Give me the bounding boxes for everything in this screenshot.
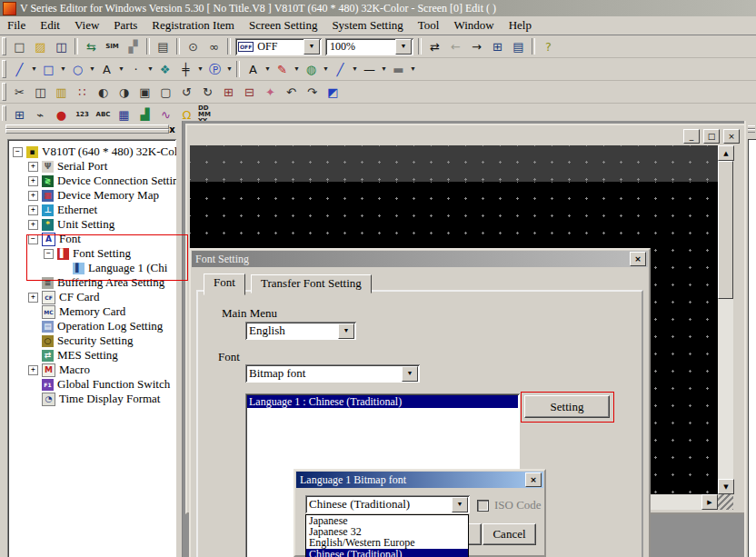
dot-tool-button[interactable]: ·: [126, 60, 145, 79]
open-file-button[interactable]: ▨: [31, 37, 50, 56]
rotate-left-button[interactable]: ↺: [177, 83, 196, 102]
scale-tool-dropdown[interactable]: ▼: [196, 60, 204, 79]
panel-gripper[interactable]: [5, 129, 169, 134]
expand-icon[interactable]: +: [28, 365, 38, 375]
menu-system-setting[interactable]: System Setting: [324, 17, 410, 34]
tree-item-font[interactable]: −AFont: [7, 232, 176, 246]
tree-item-global-function-switch[interactable]: F1Global Function Switch: [7, 377, 176, 392]
ellipse-tool-dropdown[interactable]: ▼: [88, 60, 96, 79]
help-button[interactable]: ?: [539, 37, 558, 56]
bitmap-font-dropdown-list[interactable]: JapaneseJapanese 32English/Western Europ…: [305, 514, 469, 557]
close-button[interactable]: ×: [723, 129, 740, 144]
panel-close-icon[interactable]: x: [166, 124, 178, 135]
scroll-up-icon[interactable]: ▲: [718, 145, 734, 161]
menu-tool[interactable]: Tool: [411, 17, 447, 34]
box-tool-button[interactable]: □: [39, 60, 58, 79]
display-change-button[interactable]: ∞: [204, 37, 224, 56]
tree-item-device-memory-map[interactable]: +▦Device Memory Map: [7, 188, 176, 203]
tree-item-v810t-640-480-32k-col[interactable]: −▪V810T (640 * 480) 32K-Col: [7, 144, 176, 159]
collapse-icon[interactable]: −: [44, 249, 54, 259]
vertical-scrollbar[interactable]: ▲ ▼: [718, 145, 733, 494]
line-tool-dropdown[interactable]: ▼: [30, 60, 38, 79]
menu-help[interactable]: Help: [502, 17, 539, 34]
text-tool-button[interactable]: A: [97, 60, 116, 79]
chevron-down-icon[interactable]: ▼: [338, 323, 354, 339]
panel-gripper[interactable]: [748, 129, 755, 133]
tab-transfer-font-setting[interactable]: Transfer Font Setting: [251, 274, 372, 293]
zoom-selector[interactable]: 100%▼: [325, 38, 413, 55]
line-tool-button[interactable]: ╱: [10, 60, 29, 79]
minimize-button[interactable]: _: [683, 129, 700, 144]
redo-button[interactable]: ↷: [303, 83, 322, 102]
screen-compare-button[interactable]: ▞: [124, 37, 143, 56]
tree-item-buffering-area-setting[interactable]: ≡Buffering Area Setting: [7, 275, 176, 290]
toolbar-gripper[interactable]: [2, 60, 6, 78]
palette-dropdown[interactable]: ▼: [322, 60, 330, 79]
tree-item-operation-log-setting[interactable]: ▤Operation Log Setting: [7, 319, 176, 333]
screen-list-button[interactable]: ⊞: [488, 37, 507, 56]
expand-icon[interactable]: +: [28, 176, 38, 186]
bring-to-front-button[interactable]: ▣: [135, 83, 154, 102]
tree-item-memory-card[interactable]: MCMemory Card: [7, 304, 176, 319]
char-color-dropdown[interactable]: ▼: [264, 60, 272, 79]
tree-item-security-setting[interactable]: ○Security Setting: [7, 333, 176, 348]
toolbar-gripper[interactable]: [2, 83, 6, 101]
close-icon[interactable]: ×: [525, 472, 542, 487]
checkbox-icon[interactable]: [477, 500, 489, 512]
vertical-scroll-thumb[interactable]: [718, 161, 733, 299]
line-color-button[interactable]: ╱: [331, 60, 350, 79]
font-combobox[interactable]: Bitmap font ▼: [245, 364, 420, 383]
range-select-button[interactable]: ◩: [323, 83, 343, 102]
copy-button[interactable]: ◫: [31, 83, 50, 102]
scroll-down-icon[interactable]: ▼: [718, 479, 734, 494]
main-menu-combobox[interactable]: English ▼: [245, 322, 356, 340]
menu-registration-item[interactable]: Registration Item: [144, 17, 242, 34]
menu-parts[interactable]: Parts: [106, 17, 144, 34]
zoom-tool-button[interactable]: ⊙: [184, 37, 203, 56]
undo-button[interactable]: ↶: [282, 83, 301, 102]
parts-place-button[interactable]: Ⓟ: [205, 60, 224, 79]
menu-window[interactable]: Window: [446, 17, 501, 34]
tree-item-cf-card[interactable]: +CFCF Card: [7, 290, 176, 304]
tab-font[interactable]: Font: [204, 274, 245, 295]
menu-view[interactable]: View: [67, 17, 106, 34]
text-tool-dropdown[interactable]: ▼: [117, 60, 125, 79]
scroll-right-icon[interactable]: ▶: [701, 494, 718, 510]
back-button[interactable]: ←: [446, 37, 465, 56]
chevron-down-icon[interactable]: ▼: [452, 497, 468, 512]
chevron-down-icon[interactable]: ▼: [402, 366, 418, 382]
dropdown-option-chinese-traditional[interactable]: Chinese (Traditional): [306, 549, 468, 557]
iso-code-checkbox[interactable]: ISO Code: [477, 498, 542, 512]
marker-pen-button[interactable]: ✎: [273, 60, 292, 79]
grid-selector[interactable]: OFFOFF▼: [235, 38, 322, 55]
arrange-horizontal-button[interactable]: ⊞: [219, 83, 238, 102]
peg-button[interactable]: ✦: [261, 83, 280, 102]
expand-icon[interactable]: +: [28, 162, 38, 172]
expand-icon[interactable]: +: [28, 220, 38, 230]
chevron-down-icon[interactable]: ▼: [303, 39, 320, 55]
arrange-vertical-button[interactable]: ⊟: [240, 83, 259, 102]
tree-item-language-1-chi[interactable]: ▌Language 1 (Chi: [7, 261, 176, 275]
new-file-button[interactable]: □: [10, 37, 29, 56]
tree-item-font-setting[interactable]: −▌Font Setting: [7, 246, 176, 261]
dropdown-option-english-western-europe[interactable]: English/Western Europe: [306, 537, 468, 548]
chevron-down-icon[interactable]: ▼: [395, 39, 412, 55]
setting-button[interactable]: Setting: [524, 395, 610, 418]
screen-jump-button[interactable]: ⇄: [425, 37, 444, 56]
paste-button[interactable]: ▥: [52, 83, 71, 102]
tree-item-unit-setting[interactable]: +*Unit Setting: [7, 217, 176, 232]
paint-tool-button[interactable]: ❖: [155, 60, 174, 79]
bitmap-font-combobox[interactable]: Chinese (Traditional) ▼: [305, 495, 470, 513]
collapse-icon[interactable]: −: [13, 147, 23, 157]
multi-copy-button[interactable]: ∷: [73, 83, 92, 102]
toolbar-gripper[interactable]: [2, 37, 6, 55]
marker-pen-dropdown[interactable]: ▼: [293, 60, 301, 79]
tree-item-time-display-format[interactable]: ◔Time Display Format: [7, 392, 176, 406]
print-button[interactable]: ▤: [154, 37, 173, 56]
fill-style-button[interactable]: ▬: [389, 60, 408, 79]
collapse-icon[interactable]: −: [28, 234, 38, 244]
overlap-back-button[interactable]: ◑: [114, 83, 134, 102]
line-style-dropdown[interactable]: ▼: [380, 60, 388, 79]
expand-icon[interactable]: +: [28, 293, 38, 303]
ellipse-tool-button[interactable]: ○: [68, 60, 87, 79]
